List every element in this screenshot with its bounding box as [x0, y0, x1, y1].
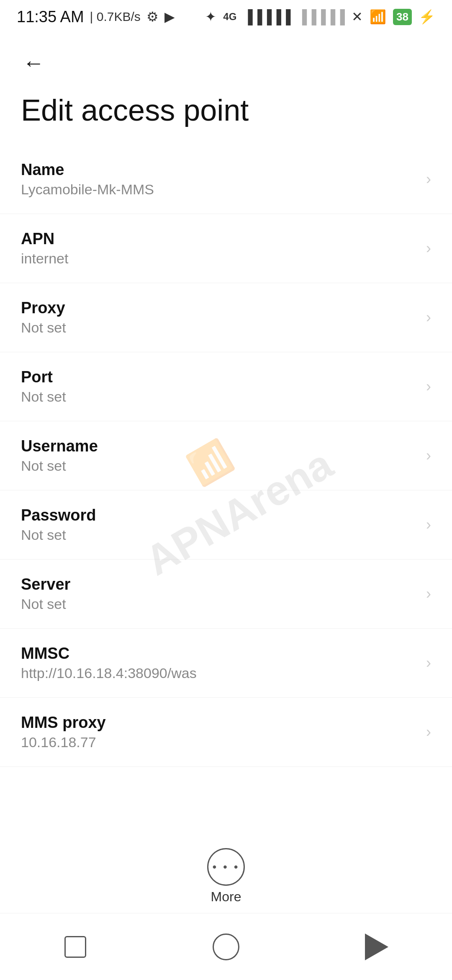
settings-item-name[interactable]: Name Lycamobile-Mk-MMS ›	[0, 145, 452, 214]
chevron-right-icon: ›	[426, 447, 431, 464]
settings-item-mmsc[interactable]: MMSC http://10.16.18.4:38090/was ›	[0, 629, 452, 698]
settings-item-proxy-value: Not set	[21, 320, 418, 336]
chevron-right-icon: ›	[426, 516, 431, 534]
status-bar-right: ✦ 4G ▐▐▐▐▐ ▐▐▐▐▐ ✕ 📶 38 ⚡	[205, 9, 435, 25]
settings-item-server-content: Server Not set	[21, 575, 418, 612]
chevron-right-icon: ›	[426, 723, 431, 741]
page-title-area: Edit access point	[0, 84, 452, 145]
nav-home-icon	[213, 934, 239, 960]
settings-item-apn-content: APN internet	[21, 230, 418, 267]
settings-item-port-content: Port Not set	[21, 368, 418, 405]
settings-item-server[interactable]: Server Not set ›	[0, 560, 452, 629]
status-speed: | 0.7KB/s	[90, 10, 141, 24]
nav-home-button[interactable]	[205, 926, 247, 968]
charging-icon: ⚡	[419, 9, 435, 25]
status-time: 11:35 AM	[17, 8, 84, 26]
no-signal-icon: ✕	[352, 9, 363, 25]
settings-item-username[interactable]: Username Not set ›	[0, 421, 452, 490]
settings-item-mms-proxy-label: MMS proxy	[21, 714, 418, 732]
signal-icon: ▐▐▐▐▐	[243, 9, 290, 25]
wifi-icon: 📶	[370, 9, 386, 25]
settings-item-mmsc-content: MMSC http://10.16.18.4:38090/was	[21, 645, 418, 681]
settings-item-name-value: Lycamobile-Mk-MMS	[21, 181, 418, 198]
settings-icon: ⚙	[146, 9, 159, 25]
4g-icon: 4G	[223, 11, 236, 23]
settings-item-mms-proxy[interactable]: MMS proxy 10.16.18.77 ›	[0, 698, 452, 767]
settings-item-server-label: Server	[21, 575, 418, 593]
bluetooth-icon: ✦	[205, 9, 216, 25]
nav-bar	[0, 913, 452, 980]
settings-item-password-label: Password	[21, 506, 418, 524]
settings-item-password-content: Password Not set	[21, 506, 418, 543]
settings-item-apn-label: APN	[21, 230, 418, 248]
page-title: Edit access point	[21, 93, 249, 127]
settings-item-port[interactable]: Port Not set ›	[0, 352, 452, 421]
settings-item-username-content: Username Not set	[21, 437, 418, 474]
chevron-right-icon: ›	[426, 170, 431, 188]
more-dots-icon: • • •	[213, 860, 240, 874]
more-button[interactable]: • • • More	[207, 848, 245, 905]
settings-list: Name Lycamobile-Mk-MMS › APN internet › …	[0, 145, 452, 767]
settings-item-proxy[interactable]: Proxy Not set ›	[0, 283, 452, 352]
settings-item-mmsc-value: http://10.16.18.4:38090/was	[21, 665, 418, 681]
chevron-right-icon: ›	[426, 309, 431, 326]
settings-item-port-value: Not set	[21, 389, 418, 405]
settings-item-password[interactable]: Password Not set ›	[0, 490, 452, 560]
chevron-right-icon: ›	[426, 585, 431, 603]
settings-item-proxy-content: Proxy Not set	[21, 299, 418, 336]
chevron-right-icon: ›	[426, 654, 431, 672]
settings-item-name-content: Name Lycamobile-Mk-MMS	[21, 161, 418, 198]
chevron-right-icon: ›	[426, 240, 431, 257]
chevron-right-icon: ›	[426, 378, 431, 395]
signal2-icon: ▐▐▐▐▐	[298, 9, 345, 25]
settings-item-mms-proxy-value: 10.16.18.77	[21, 734, 418, 750]
nav-back-button[interactable]	[356, 926, 398, 968]
more-circle: • • •	[207, 848, 245, 886]
settings-item-proxy-label: Proxy	[21, 299, 418, 317]
settings-item-username-value: Not set	[21, 458, 418, 474]
settings-item-mmsc-label: MMSC	[21, 645, 418, 663]
battery-level: 38	[396, 10, 408, 23]
nav-recents-icon	[64, 936, 86, 958]
nav-recents-button[interactable]	[54, 926, 96, 968]
settings-item-username-label: Username	[21, 437, 418, 455]
back-arrow-icon: ←	[23, 50, 44, 75]
settings-item-mms-proxy-content: MMS proxy 10.16.18.77	[21, 714, 418, 750]
battery-indicator: 38	[393, 9, 412, 25]
settings-item-server-value: Not set	[21, 596, 418, 612]
settings-item-port-label: Port	[21, 368, 418, 386]
back-button[interactable]: ←	[17, 46, 50, 80]
nav-back-icon	[365, 934, 388, 960]
settings-item-apn-value: internet	[21, 250, 418, 267]
settings-item-password-value: Not set	[21, 527, 418, 543]
settings-item-apn[interactable]: APN internet ›	[0, 214, 452, 283]
more-label: More	[211, 889, 241, 905]
settings-item-name-label: Name	[21, 161, 418, 179]
video-icon: ▶	[164, 9, 175, 25]
status-bar-left: 11:35 AM | 0.7KB/s ⚙ ▶	[17, 8, 175, 26]
back-area: ←	[0, 34, 452, 84]
status-bar: 11:35 AM | 0.7KB/s ⚙ ▶ ✦ 4G ▐▐▐▐▐ ▐▐▐▐▐ …	[0, 0, 452, 34]
